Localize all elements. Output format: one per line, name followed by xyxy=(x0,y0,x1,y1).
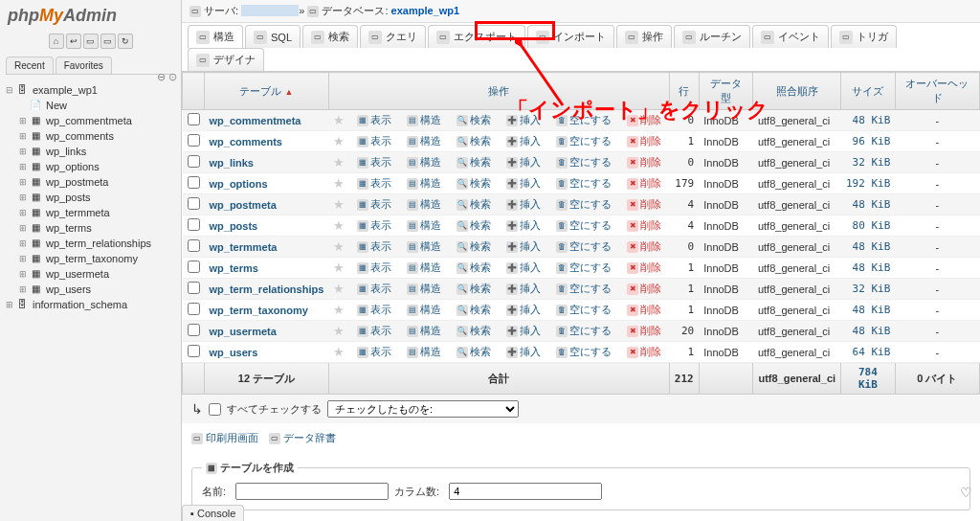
star-icon[interactable]: ★ xyxy=(333,260,345,275)
print-view-link[interactable]: 印刷用画面 xyxy=(206,432,258,443)
browse-op[interactable]: ▦表示 xyxy=(354,134,394,147)
search-op[interactable]: 🔍検索 xyxy=(454,218,494,232)
search-op[interactable]: 🔍検索 xyxy=(454,282,494,295)
insert-op[interactable]: ➕挿入 xyxy=(503,218,544,232)
row-check[interactable] xyxy=(188,345,200,357)
browse-op[interactable]: ▦表示 xyxy=(354,113,394,126)
empty-op[interactable]: 🗑空にする xyxy=(553,239,614,253)
insert-op[interactable]: ➕挿入 xyxy=(503,176,544,190)
favorite-icon[interactable]: ♡ xyxy=(960,485,972,500)
logout-icon[interactable]: ↩ xyxy=(66,34,81,49)
structure-op[interactable]: ▤構造 xyxy=(404,218,444,232)
search-op[interactable]: 🔍検索 xyxy=(454,303,494,316)
tree-table[interactable]: ⊞▦wp_posts xyxy=(17,190,177,205)
insert-op[interactable]: ➕挿入 xyxy=(503,113,544,126)
search-op[interactable]: 🔍検索 xyxy=(454,176,494,190)
table-link[interactable]: wp_comments xyxy=(210,136,282,147)
row-check[interactable] xyxy=(188,134,200,147)
structure-op[interactable]: ▤構造 xyxy=(404,134,444,147)
table-link[interactable]: wp_users xyxy=(210,347,258,358)
table-link[interactable]: wp_usermeta xyxy=(210,326,277,337)
table-link[interactable]: wp_termmeta xyxy=(210,241,278,253)
browse-op[interactable]: ▦表示 xyxy=(354,345,394,358)
star-icon[interactable]: ★ xyxy=(333,113,345,127)
tab-operations[interactable]: ▭操作 xyxy=(616,25,672,48)
tab-export[interactable]: ▭エクスポート xyxy=(428,25,525,48)
browse-op[interactable]: ▦表示 xyxy=(354,218,394,232)
search-op[interactable]: 🔍検索 xyxy=(454,113,494,126)
drop-op[interactable]: ✖削除 xyxy=(624,113,664,126)
row-check[interactable] xyxy=(188,218,200,231)
structure-op[interactable]: ▤構造 xyxy=(404,197,444,211)
structure-op[interactable]: ▤構造 xyxy=(404,345,444,358)
browse-op[interactable]: ▦表示 xyxy=(354,176,394,190)
home-icon[interactable]: ⌂ xyxy=(49,34,64,49)
star-icon[interactable]: ★ xyxy=(333,303,345,317)
search-op[interactable]: 🔍検索 xyxy=(454,260,494,274)
drop-op[interactable]: ✖削除 xyxy=(624,260,664,274)
star-icon[interactable]: ★ xyxy=(333,282,345,296)
reload-icon[interactable]: ↻ xyxy=(118,34,133,49)
drop-op[interactable]: ✖削除 xyxy=(624,134,664,147)
star-icon[interactable]: ★ xyxy=(333,176,345,191)
empty-op[interactable]: 🗑空にする xyxy=(553,197,614,211)
tree-table[interactable]: ⊞▦wp_links xyxy=(17,144,177,159)
structure-op[interactable]: ▤構造 xyxy=(404,113,444,126)
insert-op[interactable]: ➕挿入 xyxy=(503,282,544,295)
table-link[interactable]: wp_commentmeta xyxy=(210,115,301,126)
insert-op[interactable]: ➕挿入 xyxy=(503,155,544,169)
table-name-input[interactable] xyxy=(235,483,389,500)
row-check[interactable] xyxy=(188,239,200,252)
search-op[interactable]: 🔍検索 xyxy=(454,155,494,169)
tree-table[interactable]: ⊞▦wp_term_relationships xyxy=(17,236,177,251)
structure-op[interactable]: ▤構造 xyxy=(404,239,444,253)
tab-structure[interactable]: ▭構造 xyxy=(188,25,243,49)
row-check[interactable] xyxy=(188,113,200,125)
tree-table[interactable]: ⊞▦wp_termmeta xyxy=(17,205,177,220)
tree-table[interactable]: ⊞▦wp_comments xyxy=(17,128,177,144)
table-link[interactable]: wp_term_relationships xyxy=(210,283,324,295)
insert-op[interactable]: ➕挿入 xyxy=(503,239,544,253)
drop-op[interactable]: ✖削除 xyxy=(624,324,664,337)
tree-table[interactable]: ⊞▦wp_terms xyxy=(17,220,177,236)
browse-op[interactable]: ▦表示 xyxy=(354,197,394,211)
structure-op[interactable]: ▤構造 xyxy=(404,176,444,190)
browse-op[interactable]: ▦表示 xyxy=(354,155,394,169)
nav-icon[interactable]: ▭ xyxy=(100,34,116,49)
row-check[interactable] xyxy=(188,260,200,273)
row-check[interactable] xyxy=(188,303,200,315)
browse-op[interactable]: ▦表示 xyxy=(354,260,394,274)
tree-table[interactable]: ⊞▦wp_options xyxy=(17,159,177,174)
check-all-label[interactable]: すべてチェックする xyxy=(227,402,322,417)
empty-op[interactable]: 🗑空にする xyxy=(553,345,614,358)
tab-routines[interactable]: ▭ルーチン xyxy=(674,25,750,48)
empty-op[interactable]: 🗑空にする xyxy=(553,303,614,316)
cols-input[interactable] xyxy=(449,483,602,500)
search-op[interactable]: 🔍検索 xyxy=(454,345,494,358)
star-icon[interactable]: ★ xyxy=(333,155,345,170)
row-check[interactable] xyxy=(188,155,200,168)
browse-op[interactable]: ▦表示 xyxy=(354,282,394,295)
empty-op[interactable]: 🗑空にする xyxy=(553,324,614,337)
row-check[interactable] xyxy=(188,176,200,189)
empty-op[interactable]: 🗑空にする xyxy=(553,176,614,190)
tree-new[interactable]: 📄New xyxy=(17,98,177,113)
drop-op[interactable]: ✖削除 xyxy=(624,176,664,190)
drop-op[interactable]: ✖削除 xyxy=(624,282,664,295)
table-link[interactable]: wp_term_taxonomy xyxy=(210,305,308,316)
structure-op[interactable]: ▤構造 xyxy=(404,282,444,295)
tab-query[interactable]: ▭クエリ xyxy=(360,25,426,48)
row-check[interactable] xyxy=(188,197,200,210)
empty-op[interactable]: 🗑空にする xyxy=(553,155,614,169)
db-link[interactable]: example_wp1 xyxy=(391,5,460,16)
structure-op[interactable]: ▤構造 xyxy=(404,303,444,316)
empty-op[interactable]: 🗑空にする xyxy=(553,134,614,147)
structure-op[interactable]: ▤構造 xyxy=(404,324,444,337)
row-check[interactable] xyxy=(188,324,200,336)
insert-op[interactable]: ➕挿入 xyxy=(503,197,544,211)
table-link[interactable]: wp_terms xyxy=(210,262,258,274)
table-link[interactable]: wp_options xyxy=(210,178,268,190)
data-dict-link[interactable]: データ辞書 xyxy=(283,432,336,443)
drop-op[interactable]: ✖削除 xyxy=(624,239,664,253)
star-icon[interactable]: ★ xyxy=(333,134,345,148)
